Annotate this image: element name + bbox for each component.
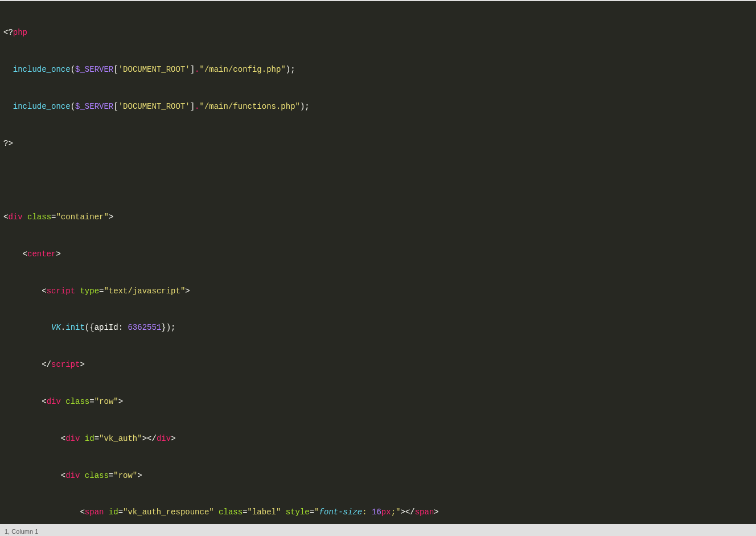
code-line: <script type="text/javascript"> bbox=[3, 285, 753, 298]
code-line: ?> bbox=[3, 138, 753, 150]
code-line: <div class="container"> bbox=[3, 211, 753, 224]
code-line: <span id="vk_auth_respounce" class="labe… bbox=[3, 506, 753, 519]
code-line: <div class="row"> bbox=[3, 470, 753, 482]
code-line: include_once($_SERVER['DOCUMENT_ROOT']."… bbox=[3, 64, 753, 76]
code-line: VK.init({apiId: 6362551}); bbox=[3, 322, 753, 334]
code-line: <div class="row"> bbox=[3, 396, 753, 408]
code-line: <?php bbox=[3, 27, 753, 39]
code-line: include_once($_SERVER['DOCUMENT_ROOT']."… bbox=[3, 101, 753, 113]
code-line: <center> bbox=[3, 248, 753, 261]
code-line: <div id="vk_auth"></div> bbox=[3, 433, 753, 445]
cursor-position: 1, Column 1 bbox=[5, 528, 38, 535]
status-bar: 1, Column 1 bbox=[0, 524, 756, 536]
code-line: </script> bbox=[3, 359, 753, 371]
code-editor[interactable]: <?php include_once($_SERVER['DOCUMENT_RO… bbox=[0, 0, 756, 524]
tab-strip bbox=[0, 0, 756, 1]
code-line bbox=[3, 174, 753, 187]
